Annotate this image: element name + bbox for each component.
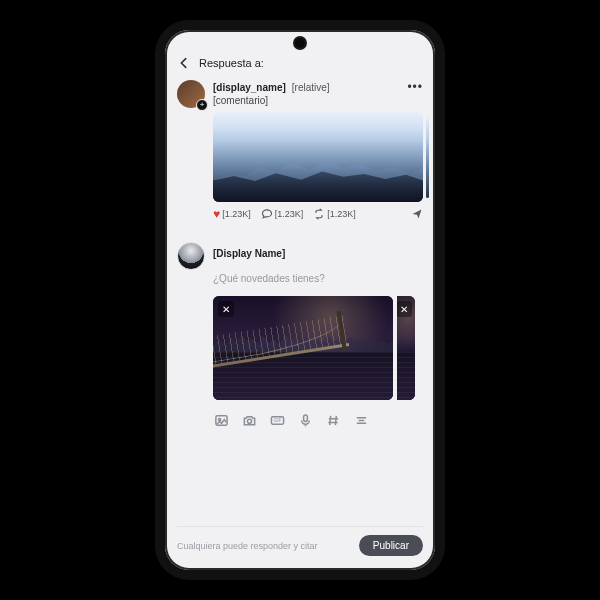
gif-icon[interactable]: GIF	[269, 412, 285, 428]
reply-composer: [Display Name] ¿Qué novedades tienes? ✕ …	[177, 242, 423, 428]
engagement-row: ♥ [1.23K] [1.23K] [1.23K]	[213, 208, 423, 220]
header-title: Respuesta a:	[199, 57, 264, 69]
like-count: [1.23K]	[222, 209, 251, 219]
repost-icon	[313, 208, 325, 220]
hash-icon[interactable]	[325, 412, 341, 428]
post-menu-icon[interactable]: •••	[407, 80, 423, 94]
header: Respuesta a:	[177, 56, 423, 70]
front-camera	[293, 36, 307, 50]
repost-count: [1.23K]	[327, 209, 356, 219]
attached-image-2[interactable]: ✕	[397, 296, 415, 400]
repost-button[interactable]: [1.23K]	[313, 208, 356, 220]
comment-icon	[261, 208, 273, 220]
camera-icon[interactable]	[241, 412, 257, 428]
like-button[interactable]: ♥ [1.23K]	[213, 208, 251, 220]
remove-attachment-2[interactable]: ✕	[397, 301, 412, 317]
svg-rect-5	[303, 414, 307, 421]
reply-privacy-note[interactable]: Cualquiera puede responder y citar	[177, 541, 318, 551]
attachment-row: ✕ ✕	[213, 296, 423, 400]
svg-point-2	[247, 419, 251, 423]
reply-button[interactable]: [1.23K]	[261, 208, 304, 220]
attached-image-1[interactable]: ✕	[213, 296, 393, 400]
share-button[interactable]	[411, 208, 423, 220]
publish-button[interactable]: Publicar	[359, 535, 423, 556]
original-relative-time: [relative]	[292, 82, 330, 93]
original-media-image[interactable]	[213, 112, 423, 202]
remove-attachment-1[interactable]: ✕	[218, 301, 234, 317]
share-icon	[411, 208, 423, 220]
back-icon[interactable]	[177, 56, 191, 70]
device-frame: Respuesta a: + [display_name] [relative]…	[155, 20, 445, 580]
media-carousel-peek[interactable]	[426, 116, 429, 198]
follow-plus-icon[interactable]: +	[196, 99, 208, 111]
svg-text:GIF: GIF	[273, 418, 281, 423]
reply-count: [1.23K]	[275, 209, 304, 219]
my-avatar[interactable]	[177, 242, 205, 270]
my-display-name: [Display Name]	[213, 248, 423, 259]
composer-toolbar: GIF	[213, 412, 423, 428]
list-icon[interactable]	[353, 412, 369, 428]
original-display-name[interactable]: [display_name]	[213, 82, 286, 93]
footer: Cualquiera puede responder y citar Publi…	[177, 526, 423, 556]
svg-point-1	[218, 418, 220, 420]
app-screen: Respuesta a: + [display_name] [relative]…	[165, 30, 435, 570]
mic-icon[interactable]	[297, 412, 313, 428]
composer-input[interactable]: ¿Qué novedades tienes?	[213, 273, 423, 284]
heart-icon: ♥	[213, 208, 220, 220]
original-post: + [display_name] [relative] ••• [comenta…	[177, 80, 423, 220]
original-avatar[interactable]: +	[177, 80, 205, 108]
original-comment: [comentario]	[213, 95, 423, 106]
image-icon[interactable]	[213, 412, 229, 428]
